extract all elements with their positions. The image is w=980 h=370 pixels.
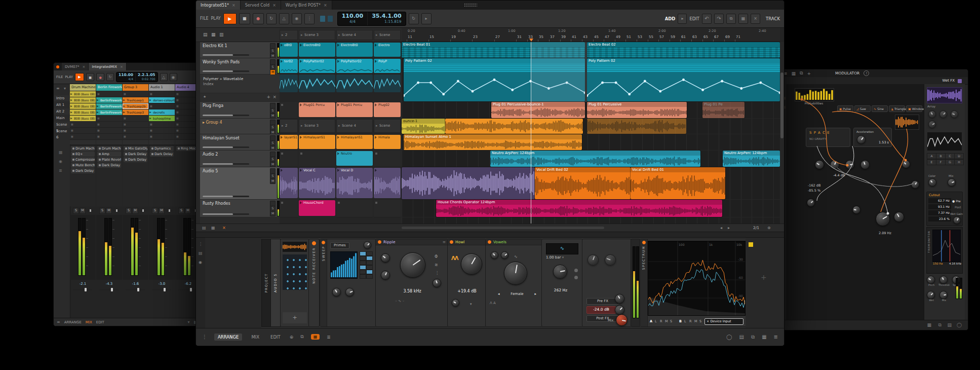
copy-icon[interactable]: ⧉ bbox=[938, 322, 942, 328]
stop-button[interactable]: ■ bbox=[86, 73, 94, 81]
clip-slot[interactable]: ▶TrashLoop2b bbox=[123, 103, 148, 109]
arrangement-track-lane[interactable]: Electro Beat 01Electro Beat 02 bbox=[402, 42, 780, 58]
transport-display[interactable]: 110.00 4/4 35.4.1.00 1:15.819 bbox=[337, 12, 406, 26]
volume-fader[interactable] bbox=[203, 70, 249, 72]
arrangement-clip[interactable]: Plug 01 Percussive bbox=[587, 102, 687, 118]
clip-slot-empty[interactable]: ■ bbox=[149, 128, 175, 134]
solo-button[interactable]: S bbox=[126, 208, 132, 214]
track-header[interactable]: Electro Kit 1SM bbox=[200, 42, 280, 58]
group-scene-slot[interactable]: ▸Scene bbox=[374, 119, 401, 133]
sweep-knob[interactable] bbox=[364, 241, 371, 249]
freq-low-value[interactable]: 150 Hz bbox=[933, 262, 943, 265]
track-header[interactable]: Himalayan SunsetSM bbox=[200, 134, 280, 151]
loop-button[interactable]: ↻ bbox=[266, 13, 277, 24]
fader-handle[interactable] bbox=[137, 288, 139, 291]
lfo-rate-knob[interactable] bbox=[553, 265, 567, 279]
step-cell[interactable] bbox=[360, 261, 366, 265]
help-icon[interactable]: ? bbox=[864, 70, 869, 76]
threshold-knob[interactable] bbox=[939, 276, 948, 284]
channel-fader[interactable] bbox=[152, 289, 171, 290]
automation-slot[interactable] bbox=[280, 75, 298, 92]
write-icon[interactable]: ◉ bbox=[199, 260, 202, 265]
color-knob[interactable] bbox=[928, 178, 936, 187]
write-button[interactable]: ◉ bbox=[170, 73, 177, 81]
wet-knob[interactable] bbox=[927, 291, 935, 299]
close-icon[interactable]: × bbox=[272, 94, 277, 99]
arrangement-clip[interactable]: Plug 01 Pe bbox=[702, 102, 744, 118]
spread-icon[interactable]: ≋ bbox=[435, 263, 438, 267]
clip-slot-empty[interactable]: ■ bbox=[123, 122, 148, 128]
snap-icon[interactable]: ⊕ bbox=[290, 335, 294, 340]
device-howl[interactable]: Howl ΛΛ +19.4 dB ▾ bbox=[447, 239, 486, 327]
wave-shape-button-window[interactable]: ▣Window bbox=[906, 105, 922, 112]
solo-button[interactable]: S bbox=[152, 208, 158, 214]
chevron-down-icon[interactable]: ▾ bbox=[187, 320, 189, 324]
track-button[interactable]: TRACK bbox=[766, 16, 780, 21]
scene-header-cell[interactable]: ▸Scene 3 bbox=[299, 30, 335, 40]
solo-button[interactable]: S bbox=[99, 208, 105, 214]
add-button[interactable]: ADD bbox=[665, 16, 676, 21]
vowels-small-knob[interactable] bbox=[491, 251, 498, 259]
ripple-small-knob[interactable] bbox=[381, 253, 390, 263]
pre-fx-button[interactable]: Pre FX bbox=[586, 298, 619, 305]
view-button-mix[interactable]: MIX bbox=[249, 334, 261, 341]
arrangement-clip[interactable]: House Chords Operator 124bpm bbox=[436, 200, 722, 217]
scene-header-cell[interactable]: ▸Scene bbox=[374, 30, 401, 40]
scene-header-cell[interactable]: ▸Scene 4 bbox=[336, 30, 373, 40]
arrangement-clip[interactable]: Vocal Drift Bed 02 bbox=[535, 167, 631, 199]
device-sweep[interactable]: SWEEP Primes bbox=[320, 239, 376, 327]
clip-slot[interactable] bbox=[374, 168, 401, 198]
close-icon[interactable]: × bbox=[120, 65, 123, 69]
device-pill[interactable]: Drum Machine bbox=[97, 146, 121, 151]
volume-fader[interactable] bbox=[203, 115, 249, 116]
clip-slot[interactable]: PolyPatter02 bbox=[336, 59, 373, 73]
arrangement-clip[interactable]: Plug 01 Percussive-bounce-1 bbox=[491, 102, 585, 118]
primes-button[interactable]: Primes bbox=[330, 242, 349, 249]
stop-button[interactable]: ■ bbox=[239, 13, 250, 24]
cutout-row[interactable]: 62.7 Hz bbox=[928, 198, 951, 203]
acceleration-value[interactable]: 1.53 s bbox=[879, 140, 889, 144]
lfo-freq[interactable]: 262 Hz bbox=[548, 288, 573, 292]
patch-value[interactable]: 2.09 Hz bbox=[879, 231, 891, 235]
play-button[interactable]: ▶ bbox=[223, 13, 237, 24]
search-icon[interactable]: ◯ bbox=[957, 322, 962, 327]
howl-small-knob[interactable] bbox=[452, 299, 459, 307]
clip-slot-empty[interactable]: ■ bbox=[96, 134, 122, 140]
clip-slot-empty[interactable]: ■ bbox=[96, 91, 122, 97]
clip-slot[interactable]: ElectroBt0 bbox=[299, 43, 335, 57]
pad-a[interactable]: A bbox=[927, 153, 936, 159]
pan-slider[interactable] bbox=[166, 210, 173, 211]
vowels-main-knob[interactable] bbox=[504, 262, 527, 285]
tempo-display[interactable]: 110.00 4/4 2.2.1.05 0:02.700 bbox=[116, 72, 158, 82]
step-cell[interactable] bbox=[360, 270, 366, 274]
arrangement-track-lane[interactable]: Plug 01 Percussive-bounce-1Plug 01 Percu… bbox=[402, 102, 780, 119]
spectrum-channel-b[interactable]: M bbox=[694, 319, 697, 323]
mix-knob[interactable] bbox=[948, 178, 956, 187]
scroll-right-icon[interactable]: ▸ bbox=[728, 226, 730, 230]
clip-slot[interactable]: ter02 bbox=[280, 59, 298, 73]
patch-knob[interactable] bbox=[876, 212, 890, 226]
scene-list-item[interactable]: Intro bbox=[54, 95, 70, 101]
copy-icon[interactable]: ⧉ bbox=[800, 70, 803, 76]
clip-slot-empty[interactable]: ■ bbox=[70, 128, 96, 134]
menu-icon[interactable]: ≡ bbox=[57, 320, 60, 324]
browser-icon[interactable]: ▤ bbox=[947, 322, 952, 327]
wave-shape-button-pulse[interactable]: ◉Pulse bbox=[837, 105, 853, 112]
mixer-icon[interactable]: ≣ bbox=[327, 335, 331, 340]
automation-slot[interactable] bbox=[336, 75, 373, 92]
sweep-knob[interactable] bbox=[332, 288, 341, 297]
mod-source-dot[interactable] bbox=[574, 276, 578, 279]
pad-b[interactable]: B bbox=[936, 153, 946, 159]
scene-list-item[interactable]: Alt 1 bbox=[54, 102, 70, 108]
cutout-row[interactable]: 7.37 Hz bbox=[928, 210, 951, 215]
clip-slot-empty[interactable] bbox=[280, 102, 298, 119]
sweep-steps[interactable] bbox=[360, 251, 373, 278]
device-lfo[interactable]: ∿ 1.00 bar ▾ 262 Hz bbox=[541, 239, 583, 327]
mix-knob[interactable] bbox=[616, 314, 628, 326]
view-button-arrange[interactable]: ARRANGE bbox=[214, 334, 242, 341]
project-tab[interactable]: IntegratedMIX× bbox=[89, 63, 126, 70]
clip-slot[interactable]: PolyPatter02 bbox=[299, 59, 335, 73]
pan-slider[interactable] bbox=[113, 210, 120, 211]
clip-slot[interactable]: ▶decrolls bbox=[149, 109, 175, 116]
clip-slot[interactable]: Himala bbox=[374, 135, 401, 149]
